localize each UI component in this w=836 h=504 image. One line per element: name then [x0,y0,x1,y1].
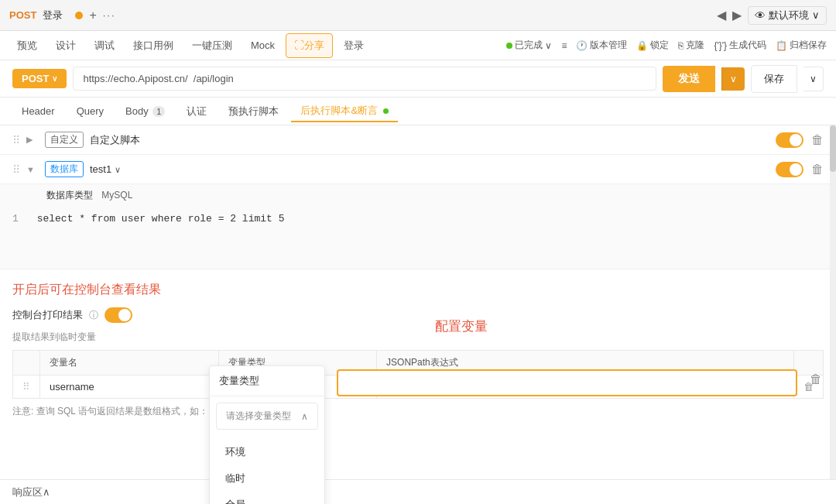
env-selector[interactable]: 👁 默认环境 ∨ [748,6,827,25]
more-button[interactable]: ··· [103,9,116,21]
console-toggle[interactable] [104,307,132,323]
console-label: 控制台打印结果 [12,308,83,322]
title-name: 登录 [43,9,63,22]
title-bar-right: ◀ ▶ 👁 默认环境 ∨ [717,6,827,25]
expand-db-button[interactable]: ▼ [26,165,39,174]
clone-btn[interactable]: ⎘ 克隆 [678,39,704,52]
title-bar: POST 登录 + ··· ◀ ▶ 👁 默认环境 ∨ [0,0,836,31]
tab-share[interactable]: ⛶分享 [286,33,333,58]
req-tab-body[interactable]: Body 1 [116,102,174,120]
col-varname: 变量名 [40,351,219,375]
title-dot [75,12,83,19]
req-tab-pre-script[interactable]: 预执行脚本 [219,101,288,122]
req-tab-query[interactable]: Query [67,102,113,120]
send-arrow-button[interactable]: ∨ [721,67,745,91]
option-global[interactable]: 全局 [210,492,324,504]
custom-delete-icon[interactable]: 🗑 [811,133,824,147]
db-label: test1 ∨ [90,163,121,175]
response-chevron: ∧ [43,486,50,498]
body-badge: 1 [152,106,165,117]
save-arrow-button[interactable]: ∨ [803,67,824,91]
info-icon[interactable]: ⓘ [89,309,98,322]
jsonpath-input[interactable] [337,369,797,396]
expand-custom-button[interactable]: ▶ [26,135,39,145]
req-tab-header[interactable]: Header [12,102,64,120]
req-tab-auth[interactable]: 认证 [177,101,216,122]
drag-handle-custom[interactable]: ⠿ [12,134,20,146]
db-expanded-content: 数据库类型 MySQL 1 select * from user where r… [0,184,836,269]
scrollbar[interactable] [830,125,836,479]
save-button[interactable]: 保存 [751,65,797,93]
url-input[interactable] [73,67,656,91]
req-tab-post-script[interactable]: 后执行脚本&断言 [291,101,397,122]
db-tag: 数据库 [45,161,84,177]
archive-btn[interactable]: 📋 归档保存 [776,39,827,52]
sql-code-area[interactable]: 1 select * from user where role = 2 limi… [0,207,836,269]
tab-preview[interactable]: 预览 [9,34,45,57]
code-label: 生成代码 [729,39,766,52]
row-drag[interactable]: ⠿ [13,375,40,399]
nav-right-button[interactable]: ▶ [732,8,742,22]
code-icon: {'}'} [714,40,727,51]
drag-handle-db[interactable]: ⠿ [12,163,20,176]
lock-label: 锁定 [650,39,669,52]
code-btn[interactable]: {'}'} 生成代码 [714,39,766,52]
status-dot [506,43,512,49]
eye-icon: 👁 [755,9,766,22]
jsonpath-input-area: 🗑 [337,369,797,396]
tab-design[interactable]: 设计 [48,34,84,57]
row-varname[interactable]: username [40,375,219,399]
db-section-right: 🗑 [776,162,824,177]
dropdown-placeholder: 请选择变量类型 [226,410,291,423]
dropdown-header: 变量类型 [210,366,324,396]
clone-icon: ⎘ [678,40,684,51]
version-btn[interactable]: 🕐 版本管理 [576,39,627,52]
req-tab-bar: Header Query Body 1 认证 预执行脚本 后执行脚本&断言 [0,98,836,125]
hamburger-icon[interactable]: ≡ [561,40,567,51]
custom-toggle[interactable] [776,132,803,148]
response-label: 响应区 [12,485,43,499]
db-delete-icon[interactable]: 🗑 [811,163,824,177]
version-label: 版本管理 [590,39,627,52]
jsonpath-delete-icon[interactable]: 🗑 [810,372,822,386]
response-bar[interactable]: 响应区 ∧ [0,479,836,504]
add-tab-button[interactable]: + [89,9,96,22]
custom-label: 自定义脚本 [90,133,140,147]
post-script-dot [383,108,389,114]
dropdown-options: 环境 临时 全局 [210,436,324,504]
tab-test[interactable]: 调试 [87,34,122,57]
nav-left-button[interactable]: ◀ [717,8,726,22]
db-script-section: ⠿ ▼ 数据库 test1 ∨ 🗑 [0,155,836,184]
type-dropdown-panel: 变量类型 请选择变量类型 ∧ 环境 临时 全局 [209,365,325,504]
scrollbar-thumb[interactable] [830,125,836,172]
version-icon: 🕐 [576,40,588,51]
note-prefix: 注意: 查询 SQL 语句返回结果是数组格式，如： [12,406,208,417]
tab-mock[interactable]: Mock [243,35,283,56]
tab-login[interactable]: 登录 [336,34,372,57]
title-method: POST [9,9,36,21]
col-drag [13,351,40,375]
tab-pressure[interactable]: 一键压测 [184,34,240,57]
status-label: 已完成 [515,39,543,52]
option-env[interactable]: 环境 [210,439,324,465]
enable-hint: 开启后可在控制台查看结果 [12,282,824,298]
tab-examples[interactable]: 接口用例 [125,34,181,57]
env-label: 默认环境 [769,9,809,22]
db-toggle[interactable] [776,162,803,177]
send-button[interactable]: 发送 [663,66,715,92]
archive-label: 归档保存 [790,39,827,52]
col-actions [794,351,824,375]
option-temp[interactable]: 临时 [210,465,324,492]
db-dropdown-arrow[interactable]: ∨ [115,165,121,174]
main-content: ⠿ ▶ 自定义 自定义脚本 🗑 ⠿ ▼ 数据库 test1 ∨ 🗑 数据库类型 … [0,125,836,504]
top-tab-right: 已完成 ∨ ≡ 🕐 版本管理 🔒 锁定 ⎘ 克隆 {'}'} 生成代码 📋 归档… [506,39,827,52]
method-selector[interactable]: POST ∨ [12,69,67,88]
status-selector[interactable]: 已完成 ∨ [506,39,552,52]
archive-icon: 📋 [776,40,787,51]
db-type-value: MySQL [101,190,132,201]
dropdown-select[interactable]: 请选择变量类型 ∧ [216,403,318,430]
method-arrow-icon: ∨ [52,74,57,83]
lock-btn[interactable]: 🔒 锁定 [636,39,669,52]
bottom-section: 开启后可在控制台查看结果 控制台打印结果 ⓘ 提取结果到临时变量 变量名 变量类… [0,269,836,424]
lock-icon: 🔒 [636,40,648,51]
